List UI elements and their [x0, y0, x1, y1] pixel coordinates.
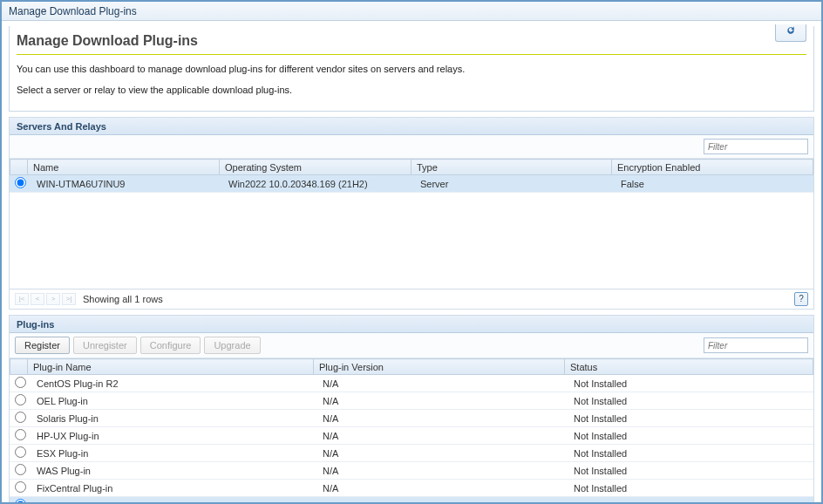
plugins-col-version[interactable]: Plug-in Version [314, 359, 565, 375]
plugin-status-cell: Not Installed [568, 445, 813, 462]
plugin-status-cell: Not Installed [568, 480, 813, 497]
plugin-name-cell: CentOS Plug-in R2 [31, 375, 317, 392]
plugin-row-radio[interactable] [15, 412, 26, 423]
server-os-cell: Win2022 10.0.20348.169 (21H2) [223, 175, 415, 193]
plugin-status-cell: Not Installed [568, 375, 813, 392]
plugin-version-cell: N/A [317, 497, 568, 505]
servers-pager: |< < > >| Showing all 1 rows ? [10, 289, 813, 309]
plugin-row-radio[interactable] [15, 481, 26, 493]
plugins-panel-title: Plug-ins [10, 316, 813, 333]
plugin-row[interactable]: FixCentral Plug-inN/ANot Installed [10, 480, 813, 497]
plugin-name-cell: WAS Plug-in [31, 462, 317, 480]
page-header-section: Manage Download Plug-ins You can use thi… [9, 26, 814, 112]
server-type-cell: Server [415, 175, 616, 193]
help-button[interactable]: ? [794, 292, 808, 306]
content-area: Manage Download Plug-ins You can use thi… [2, 21, 821, 504]
plugin-row[interactable]: OpenSUSE Plug-inN/ANot Installed [10, 497, 813, 505]
plugin-row[interactable]: WAS Plug-inN/ANot Installed [10, 462, 813, 480]
plugin-status-cell: Not Installed [568, 410, 813, 427]
intro-text-2: Select a server or relay to view the app… [17, 85, 806, 95]
plugin-row[interactable]: Solaris Plug-inN/ANot Installed [10, 410, 813, 427]
window-title: Manage Download Plug-ins [9, 5, 137, 17]
configure-button[interactable]: Configure [140, 337, 201, 354]
plugins-panel: Plug-ins Register Unregister Configure U… [9, 315, 814, 504]
servers-col-name[interactable]: Name [28, 160, 220, 175]
pager-first-button[interactable]: |< [15, 293, 29, 305]
pager-status: Showing all 1 rows [83, 294, 163, 304]
plugin-row[interactable]: ESX Plug-inN/ANot Installed [10, 445, 813, 462]
plugins-col-name[interactable]: Plug-in Name [28, 359, 314, 375]
plugins-filter-input[interactable] [704, 337, 808, 353]
register-button[interactable]: Register [15, 337, 70, 354]
plugin-name-cell: OpenSUSE Plug-in [31, 497, 317, 505]
plugin-status-cell: Not Installed [568, 497, 813, 505]
plugin-version-cell: N/A [317, 392, 568, 410]
pager-prev-button[interactable]: < [31, 293, 44, 305]
servers-col-enc[interactable]: Encryption Enabled [612, 160, 813, 175]
refresh-icon [786, 24, 796, 35]
servers-col-type[interactable]: Type [412, 160, 612, 175]
server-enc-cell: False [616, 175, 813, 193]
plugin-name-cell: FixCentral Plug-in [31, 480, 317, 497]
plugin-row[interactable]: OEL Plug-inN/ANot Installed [10, 392, 813, 410]
refresh-button[interactable] [775, 24, 806, 42]
server-name-cell: WIN-UTMA6U7INU9 [31, 175, 223, 193]
servers-grid-body[interactable]: WIN-UTMA6U7INU9Win2022 10.0.20348.169 (2… [10, 175, 813, 289]
plugins-action-bar: Register Unregister Configure Upgrade [10, 333, 813, 358]
plugin-row[interactable]: HP-UX Plug-inN/ANot Installed [10, 427, 813, 445]
server-row-radio[interactable] [15, 177, 26, 188]
window-titlebar: Manage Download Plug-ins [2, 2, 821, 21]
servers-filter-input[interactable] [704, 139, 808, 154]
upgrade-button[interactable]: Upgrade [204, 337, 260, 354]
pager-last-button[interactable]: >| [62, 293, 76, 305]
page-header-row: Manage Download Plug-ins [17, 33, 806, 49]
plugin-row-radio[interactable] [15, 464, 26, 475]
servers-toolbar [10, 135, 813, 159]
plugin-version-cell: N/A [317, 410, 568, 427]
servers-col-os[interactable]: Operating System [220, 160, 412, 175]
pager-next-button[interactable]: > [46, 293, 60, 305]
plugin-row-radio[interactable] [15, 394, 26, 405]
plugin-version-cell: N/A [317, 462, 568, 480]
plugin-version-cell: N/A [317, 480, 568, 497]
plugin-name-cell: ESX Plug-in [31, 445, 317, 462]
server-row[interactable]: WIN-UTMA6U7INU9Win2022 10.0.20348.169 (2… [10, 175, 813, 193]
servers-panel-title: Servers And Relays [10, 118, 813, 135]
plugin-row-radio[interactable] [15, 499, 26, 504]
plugin-name-cell: HP-UX Plug-in [31, 427, 317, 445]
plugin-row-radio[interactable] [15, 377, 26, 388]
plugins-grid-body[interactable]: CentOS Plug-in R2N/ANot InstalledOEL Plu… [10, 375, 813, 504]
window: Manage Download Plug-ins Manage Download… [0, 0, 823, 504]
plugin-status-cell: Not Installed [568, 427, 813, 445]
plugin-row[interactable]: CentOS Plug-in R2N/ANot Installed [10, 375, 813, 392]
plugin-version-cell: N/A [317, 445, 568, 462]
plugin-name-cell: Solaris Plug-in [31, 410, 317, 427]
intro-text-1: You can use this dashboard to manage dow… [17, 64, 806, 74]
plugin-name-cell: OEL Plug-in [31, 392, 317, 410]
servers-grid-header: Name Operating System Type Encryption En… [10, 159, 813, 175]
header-divider [17, 54, 806, 55]
plugins-col-status[interactable]: Status [565, 359, 813, 375]
servers-panel: Servers And Relays Name Operating System… [9, 117, 814, 310]
unregister-button[interactable]: Unregister [73, 337, 137, 354]
page-title: Manage Download Plug-ins [17, 33, 198, 49]
plugins-col-select [10, 359, 28, 375]
plugin-version-cell: N/A [317, 375, 568, 392]
plugin-row-radio[interactable] [15, 429, 26, 440]
plugin-version-cell: N/A [317, 427, 568, 445]
plugins-grid-header: Plug-in Name Plug-in Version Status [10, 358, 813, 375]
plugin-row-radio[interactable] [15, 446, 26, 458]
servers-col-select [10, 160, 28, 175]
plugin-status-cell: Not Installed [568, 392, 813, 410]
plugin-status-cell: Not Installed [568, 462, 813, 480]
